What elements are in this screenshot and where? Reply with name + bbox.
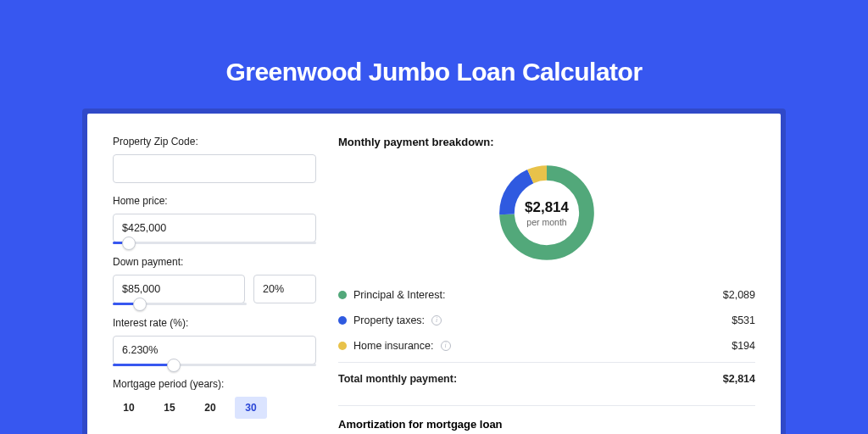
mortgage-period-options: 10 15 20 30: [113, 397, 316, 419]
zip-field: Property Zip Code:: [113, 136, 316, 183]
down-payment-pct-input[interactable]: [253, 275, 316, 303]
mortgage-period-field: Mortgage period (years): 10 15 20 30: [113, 378, 316, 419]
home-price-field: Home price:: [113, 195, 316, 244]
interest-rate-slider-thumb[interactable]: [167, 359, 181, 372]
legend-value-ins: $194: [732, 340, 755, 352]
period-option-30[interactable]: 30: [235, 397, 267, 419]
mortgage-period-label: Mortgage period (years):: [113, 378, 316, 390]
legend-dot-green: [338, 291, 347, 299]
info-icon[interactable]: i: [441, 341, 451, 351]
legend-total-value: $2,814: [723, 373, 755, 385]
period-option-10[interactable]: 10: [113, 397, 145, 419]
down-payment-label: Down payment:: [113, 256, 316, 268]
down-payment-slider[interactable]: [113, 303, 247, 305]
down-payment-amount-input[interactable]: [113, 275, 245, 303]
legend-row-tax: Property taxes: i $531: [338, 308, 755, 333]
form-column: Property Zip Code: Home price: Down paym…: [113, 136, 316, 434]
home-price-slider-thumb[interactable]: [122, 236, 136, 250]
legend-value-tax: $531: [732, 314, 755, 326]
period-option-20[interactable]: 20: [194, 397, 226, 419]
legend-dot-blue: [338, 316, 347, 325]
home-price-slider[interactable]: [113, 242, 316, 244]
calculator-shadow-wrap: Property Zip Code: Home price: Down paym…: [82, 108, 786, 434]
donut-amount: $2,814: [525, 199, 569, 216]
interest-rate-slider[interactable]: [113, 364, 316, 366]
donut-chart: $2,814 per month: [494, 160, 599, 265]
legend-label-pi: Principal & Interest:: [353, 289, 445, 301]
legend-label-ins: Home insurance:: [353, 340, 434, 352]
donut-sub: per month: [526, 217, 566, 227]
info-icon[interactable]: i: [431, 315, 442, 326]
home-price-input[interactable]: [113, 214, 316, 242]
legend-value-pi: $2,089: [723, 289, 755, 301]
amortization-heading: Amortization for mortgage loan: [338, 418, 755, 431]
period-option-15[interactable]: 15: [153, 397, 186, 419]
page-title: Greenwood Jumbo Loan Calculator: [0, 0, 868, 108]
zip-label: Property Zip Code:: [113, 136, 316, 147]
down-payment-field: Down payment:: [113, 256, 316, 305]
calculator-card: Property Zip Code: Home price: Down paym…: [87, 114, 781, 434]
legend-row-ins: Home insurance: i $194: [338, 333, 755, 359]
interest-rate-field: Interest rate (%):: [113, 317, 316, 366]
donut-chart-wrap: $2,814 per month: [338, 160, 755, 265]
legend-total-label: Total monthly payment:: [338, 373, 457, 385]
home-price-label: Home price:: [113, 195, 316, 207]
legend-row-pi: Principal & Interest: $2,089: [338, 282, 755, 308]
legend-dot-yellow: [338, 342, 347, 350]
interest-rate-input[interactable]: [113, 336, 316, 364]
legend-label-tax: Property taxes:: [353, 314, 425, 326]
amortization-section: Amortization for mortgage loan Amortizat…: [338, 405, 755, 434]
donut-center: $2,814 per month: [494, 160, 599, 265]
legend-row-total: Total monthly payment: $2,814: [338, 362, 755, 392]
breakdown-heading: Monthly payment breakdown:: [338, 136, 755, 148]
zip-input[interactable]: [113, 154, 316, 183]
interest-rate-label: Interest rate (%):: [113, 317, 316, 329]
breakdown-column: Monthly payment breakdown: $2,814 per mo…: [338, 136, 755, 434]
down-payment-slider-thumb[interactable]: [133, 298, 147, 311]
